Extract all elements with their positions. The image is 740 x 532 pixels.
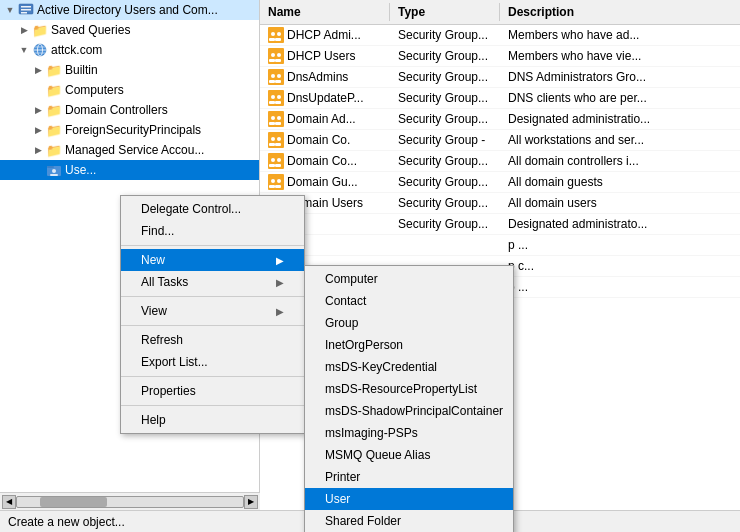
menu-item-view[interactable]: View ▶: [121, 300, 304, 322]
row-name: DHCP Admi...: [287, 28, 361, 42]
submenu-arrow-new: ▶: [276, 255, 284, 266]
list-item[interactable]: Domain Ad... Security Group... Designate…: [260, 109, 740, 130]
folder-icon-computers: [46, 82, 62, 98]
menu-separator-1: [121, 245, 304, 246]
scrollbar-track[interactable]: [16, 496, 244, 508]
submenu-item-msimaging[interactable]: msImaging-PSPs: [305, 422, 513, 444]
scroll-left-btn[interactable]: ◀: [2, 495, 16, 509]
sg-icon: [268, 111, 284, 127]
submenu-item-msds-resprop[interactable]: msDS-ResourcePropertyList: [305, 378, 513, 400]
menu-item-new[interactable]: New ▶: [121, 249, 304, 271]
menu-item-help[interactable]: Help: [121, 409, 304, 431]
tree-item-root[interactable]: ▼ Active Directory Users and Com...: [0, 0, 259, 20]
svg-rect-31: [269, 101, 275, 104]
list-item[interactable]: Domain Gu... Security Group... All domai…: [260, 172, 740, 193]
submenu-item-shared-folder-label: Shared Folder: [325, 514, 401, 528]
submenu-item-computer[interactable]: Computer: [305, 268, 513, 290]
submenu-item-msmq[interactable]: MSMQ Queue Alias: [305, 444, 513, 466]
svg-rect-51: [269, 185, 275, 188]
main-window: ▼ Active Directory Users and Com... ▶ Sa…: [0, 0, 740, 532]
row-desc: p ...: [500, 279, 740, 295]
svg-rect-12: [50, 174, 58, 176]
row-name: Domain Co.: [287, 133, 350, 147]
users-folder-icon: [46, 162, 62, 178]
col-header-name[interactable]: Name: [260, 3, 390, 21]
submenu-item-shared-folder[interactable]: Shared Folder: [305, 510, 513, 532]
svg-rect-42: [275, 143, 281, 146]
row-name: Domain Ad...: [287, 112, 356, 126]
tree-item-saved-queries-label: Saved Queries: [51, 23, 130, 37]
submenu-item-user[interactable]: User: [305, 488, 513, 510]
menu-item-all-tasks[interactable]: All Tasks ▶: [121, 271, 304, 293]
svg-rect-46: [269, 164, 275, 167]
list-item[interactable]: ... p ...: [260, 235, 740, 256]
submenu-item-msds-shadow[interactable]: msDS-ShadowPrincipalContainer: [305, 400, 513, 422]
tree-scrollbar[interactable]: ◀ ▶: [0, 492, 260, 510]
submenu-item-contact[interactable]: Contact: [305, 290, 513, 312]
svg-point-19: [271, 53, 275, 57]
menu-item-refresh[interactable]: Refresh: [121, 329, 304, 351]
submenu-item-printer[interactable]: Printer: [305, 466, 513, 488]
svg-point-45: [277, 158, 281, 162]
menu-item-properties[interactable]: Properties: [121, 380, 304, 402]
col-header-type[interactable]: Type: [390, 3, 500, 21]
submenu-item-inetorgperson-label: InetOrgPerson: [325, 338, 403, 352]
list-item[interactable]: Domain Co... Security Group... All domai…: [260, 151, 740, 172]
submenu-item-group[interactable]: Group: [305, 312, 513, 334]
menu-item-find[interactable]: Find...: [121, 220, 304, 242]
list-item[interactable]: DHCP Users Security Group... Members who…: [260, 46, 740, 67]
submenu-item-msmq-label: MSMQ Queue Alias: [325, 448, 430, 462]
tree-item-users[interactable]: Use...: [0, 160, 259, 180]
svg-point-20: [277, 53, 281, 57]
tree-item-dc[interactable]: ▶ Domain Controllers: [0, 100, 259, 120]
tree-item-fsp-label: ForeignSecurityPrincipals: [65, 123, 201, 137]
row-desc: p ...: [500, 237, 740, 253]
list-item[interactable]: ... Security Group... Designated adminis…: [260, 214, 740, 235]
list-item[interactable]: Domain Users Security Group... All domai…: [260, 193, 740, 214]
row-type: Security Group...: [390, 174, 500, 190]
list-item[interactable]: DnsUpdateP... Security Group... DNS clie…: [260, 88, 740, 109]
row-desc: Members who have vie...: [500, 48, 740, 64]
col-header-desc[interactable]: Description: [500, 3, 740, 21]
menu-item-export[interactable]: Export List...: [121, 351, 304, 373]
tree-item-builtin[interactable]: ▶ Builtin: [0, 60, 259, 80]
expand-arrow-builtin: ▶: [32, 64, 44, 76]
row-name: DnsUpdateP...: [287, 91, 364, 105]
svg-point-44: [271, 158, 275, 162]
sg-icon: [268, 132, 284, 148]
svg-rect-47: [275, 164, 281, 167]
folder-icon-sq: [32, 22, 48, 38]
svg-rect-1: [21, 6, 31, 8]
expand-arrow-sq: ▶: [18, 24, 30, 36]
svg-point-39: [271, 137, 275, 141]
menu-item-new-label: New: [141, 253, 165, 267]
row-name: DHCP Users: [287, 49, 355, 63]
svg-rect-17: [275, 38, 281, 41]
menu-item-find-label: Find...: [141, 224, 174, 238]
tree-item-dc-label: Domain Controllers: [65, 103, 168, 117]
row-type: [390, 244, 500, 246]
list-item[interactable]: DHCP Admi... Security Group... Members w…: [260, 25, 740, 46]
menu-item-all-tasks-label: All Tasks: [141, 275, 188, 289]
tree-item-saved-queries[interactable]: ▶ Saved Queries: [0, 20, 259, 40]
menu-item-help-label: Help: [141, 413, 166, 427]
submenu-item-inetorgperson[interactable]: InetOrgPerson: [305, 334, 513, 356]
tree-item-builtin-label: Builtin: [65, 63, 98, 77]
tree-item-attck[interactable]: ▼ attck.com: [0, 40, 259, 60]
folder-icon-msa: [46, 142, 62, 158]
tree-item-msa[interactable]: ▶ Managed Service Accou...: [0, 140, 259, 160]
list-item[interactable]: DnsAdmins Security Group... DNS Administ…: [260, 67, 740, 88]
row-type: Security Group...: [390, 90, 500, 106]
submenu-item-msds-keycred[interactable]: msDS-KeyCredential: [305, 356, 513, 378]
scroll-right-btn[interactable]: ▶: [244, 495, 258, 509]
list-item[interactable]: Domain Co. Security Group - All workstat…: [260, 130, 740, 151]
tree-item-computers[interactable]: Computers: [0, 80, 259, 100]
tree-item-attck-label: attck.com: [51, 43, 102, 57]
menu-separator-2: [121, 296, 304, 297]
tree-item-fsp[interactable]: ▶ ForeignSecurityPrincipals: [0, 120, 259, 140]
menu-item-delegate[interactable]: Delegate Control...: [121, 198, 304, 220]
row-type: Security Group...: [390, 111, 500, 127]
menu-separator-3: [121, 325, 304, 326]
svg-rect-16: [269, 38, 275, 41]
svg-point-35: [277, 116, 281, 120]
